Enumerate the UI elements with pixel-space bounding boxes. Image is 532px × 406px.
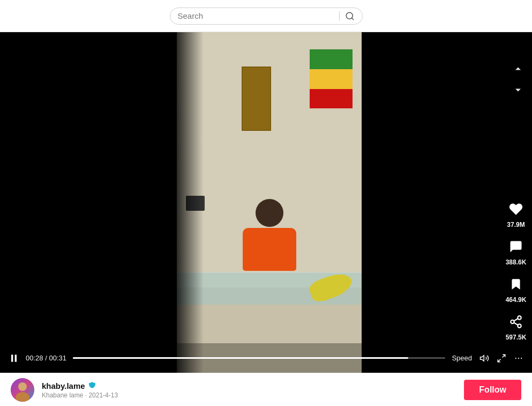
bookmark-count: 464.9K — [506, 296, 527, 304]
bookmark-action: 464.9K — [505, 274, 527, 304]
svg-line-10 — [503, 355, 505, 357]
person-body — [243, 228, 296, 271]
like-action: 37.9M — [505, 198, 527, 228]
svg-line-6 — [514, 319, 518, 321]
comment-count: 388.6K — [506, 259, 527, 266]
total-time: 00:31 — [49, 354, 66, 362]
username-row: khaby.lame — [42, 381, 456, 391]
search-container — [170, 8, 363, 25]
svg-marker-9 — [481, 355, 484, 361]
svg-point-12 — [515, 357, 516, 358]
avatar — [11, 378, 34, 402]
pause-button[interactable] — [9, 353, 19, 364]
flag-green — [310, 49, 353, 69]
person — [243, 199, 296, 271]
progress-fill — [73, 357, 408, 359]
flag-yellow — [310, 69, 353, 89]
svg-point-14 — [521, 357, 522, 358]
video-center — [177, 32, 362, 373]
video-controls: 00:28 / 00:31 Speed — [0, 343, 532, 373]
svg-line-5 — [514, 323, 518, 325]
share-action: 597.5K — [505, 311, 527, 341]
room-door — [242, 67, 271, 131]
current-time: 00:28 — [26, 354, 43, 362]
svg-line-11 — [498, 359, 500, 361]
search-divider — [339, 11, 340, 21]
svg-rect-8 — [15, 355, 17, 361]
right-sidebar: 37.9M 388.6K 464.9K — [500, 32, 532, 365]
comment-button[interactable] — [505, 236, 527, 257]
header — [0, 0, 532, 32]
svg-point-13 — [518, 357, 519, 358]
time-display: 00:28 / 00:31 — [26, 354, 66, 362]
video-dark-left — [0, 32, 177, 373]
user-subtitle: Khabane lame · 2021-4-13 — [42, 392, 456, 399]
person-head — [256, 199, 283, 227]
volume-button[interactable] — [479, 353, 489, 363]
search-button[interactable] — [345, 11, 355, 21]
user-info: khaby.lame Khabane lame · 2021-4-13 — [42, 381, 456, 399]
room-background — [177, 32, 362, 373]
follow-button[interactable]: Follow — [464, 380, 521, 400]
svg-rect-7 — [11, 355, 13, 361]
svg-line-1 — [351, 18, 353, 19]
comment-action: 388.6K — [505, 236, 527, 266]
username: khaby.lame — [42, 381, 85, 390]
svg-point-16 — [18, 382, 27, 391]
bookmark-button[interactable] — [505, 274, 527, 295]
speed-label[interactable]: Speed — [452, 354, 472, 362]
fullscreen-button[interactable] — [497, 353, 506, 363]
search-input[interactable] — [178, 11, 334, 20]
like-count: 37.9M — [507, 221, 524, 228]
like-button[interactable] — [505, 198, 527, 220]
progress-bar[interactable] — [73, 357, 445, 359]
controls-right: Speed — [452, 353, 523, 363]
video-left-blur — [177, 32, 204, 373]
share-button[interactable] — [505, 311, 527, 333]
more-options-button[interactable] — [514, 353, 523, 363]
flag — [310, 49, 353, 108]
video-player: 37.9M 388.6K 464.9K — [0, 32, 532, 373]
share-count: 597.5K — [506, 334, 527, 341]
flag-red — [310, 89, 353, 108]
verified-icon — [88, 381, 96, 391]
bottom-bar: khaby.lame Khabane lame · 2021-4-13 Foll… — [0, 373, 532, 406]
